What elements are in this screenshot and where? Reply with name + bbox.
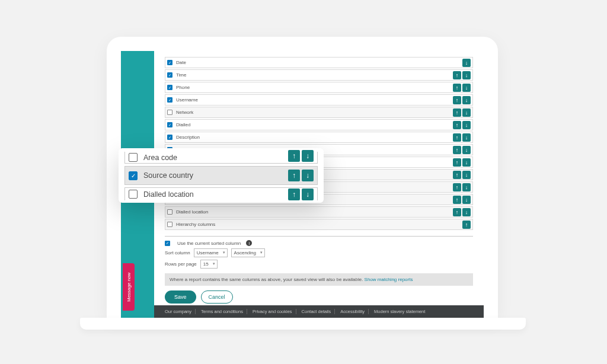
- move-up-icon[interactable]: ↑: [453, 158, 461, 167]
- move-down-icon[interactable]: ↓: [462, 171, 471, 179]
- zoom-column-checkbox[interactable]: [129, 171, 138, 180]
- show-matching-reports-link[interactable]: Show matching reports: [365, 277, 413, 282]
- move-down-icon[interactable]: ↓: [462, 133, 471, 142]
- column-checkbox[interactable]: [167, 135, 172, 140]
- column-row[interactable]: Description↑↓: [165, 132, 473, 143]
- move-up-icon[interactable]: ↑: [288, 170, 300, 181]
- use-current-sort-checkbox[interactable]: [165, 241, 170, 246]
- footer-link[interactable]: Accessibility: [337, 309, 369, 314]
- move-up-icon[interactable]: ↑: [453, 121, 461, 129]
- footer-link[interactable]: Privacy and cookies: [249, 309, 296, 314]
- info-icon[interactable]: i: [246, 240, 252, 246]
- move-down-icon[interactable]: ↓: [302, 170, 314, 181]
- zoom-column-checkbox[interactable]: [129, 190, 138, 199]
- move-up-icon[interactable]: ↑: [288, 150, 300, 162]
- column-row[interactable]: Hierarchy columns↑: [165, 219, 473, 230]
- footer-link[interactable]: Contact details: [298, 309, 336, 314]
- reorder-controls: ↑↓: [453, 208, 471, 216]
- column-row[interactable]: Date↓: [165, 57, 473, 68]
- move-up-icon[interactable]: ↑: [453, 71, 461, 79]
- zoom-overlay: Area code↑↓Source country↑↓Dialled locat…: [119, 148, 324, 203]
- move-down-icon[interactable]: ↓: [462, 158, 471, 167]
- footer-link[interactable]: Terms and conditions: [197, 309, 247, 314]
- move-down-icon[interactable]: ↓: [462, 183, 471, 191]
- move-down-icon[interactable]: ↓: [462, 59, 471, 67]
- reorder-controls: ↑↓: [453, 183, 471, 191]
- column-checkbox[interactable]: [167, 72, 172, 78]
- move-down-icon[interactable]: ↓: [462, 146, 471, 154]
- column-checkbox[interactable]: [167, 222, 172, 227]
- zoom-column-row[interactable]: Dialled location↑↓: [124, 187, 318, 200]
- reorder-controls: ↑↓: [453, 196, 471, 204]
- move-up-icon[interactable]: ↑: [288, 189, 300, 200]
- move-up-icon[interactable]: ↑: [453, 133, 461, 142]
- column-label: Network: [176, 110, 193, 115]
- zoom-column-checkbox[interactable]: [129, 153, 138, 162]
- footer-link[interactable]: Modern slavery statement: [370, 309, 429, 314]
- column-order-list: Date↓Time↑↓Phone↑↓Username↑↓Network↑↓Dia…: [165, 57, 473, 230]
- move-down-icon[interactable]: ↓: [462, 96, 471, 104]
- reorder-controls: ↑↓: [453, 121, 471, 129]
- use-current-sort-label: Use the current sorted column: [177, 241, 241, 246]
- move-down-icon[interactable]: ↓: [462, 121, 471, 129]
- move-down-icon[interactable]: ↓: [462, 84, 471, 92]
- column-label: Username: [176, 97, 198, 103]
- sort-column-select[interactable]: Username: [194, 248, 228, 257]
- matching-reports-notice: Where a report contains the same columns…: [165, 273, 473, 286]
- column-row[interactable]: Dialled location↑↓: [165, 206, 473, 218]
- column-checkbox[interactable]: [167, 97, 172, 103]
- column-row[interactable]: Network↑↓: [165, 107, 473, 118]
- column-checkbox[interactable]: [167, 209, 172, 215]
- reorder-controls: ↓: [462, 59, 471, 67]
- column-row[interactable]: Username↑↓: [165, 94, 473, 106]
- move-down-icon[interactable]: ↓: [302, 189, 314, 200]
- move-down-icon[interactable]: ↓: [462, 208, 471, 216]
- reorder-controls: ↑↓: [453, 158, 471, 167]
- column-label: Dialled: [176, 122, 190, 127]
- zoom-column-row[interactable]: Area code↑↓: [124, 152, 318, 164]
- column-row[interactable]: Time↑↓: [165, 69, 473, 81]
- column-label: Phone: [176, 85, 190, 90]
- reorder-controls: ↑↓: [453, 108, 471, 117]
- rows-per-page-select[interactable]: 15: [200, 260, 218, 269]
- move-up-icon[interactable]: ↑: [453, 146, 461, 154]
- column-checkbox[interactable]: [167, 122, 172, 127]
- divider: [165, 236, 473, 237]
- cancel-button[interactable]: Cancel: [201, 290, 233, 304]
- reorder-controls: ↑↓: [453, 96, 471, 104]
- column-checkbox[interactable]: [167, 60, 172, 65]
- column-row[interactable]: Phone↑↓: [165, 82, 473, 93]
- reorder-controls: ↑↓: [453, 133, 471, 142]
- move-down-icon[interactable]: ↓: [462, 196, 471, 204]
- move-up-icon[interactable]: ↑: [462, 221, 471, 229]
- move-up-icon[interactable]: ↑: [453, 171, 461, 179]
- reorder-controls: ↑↓: [453, 84, 471, 92]
- message-now-tab[interactable]: Message now: [123, 263, 135, 311]
- move-down-icon[interactable]: ↓: [462, 108, 471, 117]
- device-base: [80, 318, 526, 330]
- reorder-controls: ↑↓: [453, 71, 471, 79]
- sort-column-label: Sort column: [165, 250, 190, 256]
- move-down-icon[interactable]: ↓: [462, 71, 471, 79]
- footer-link[interactable]: Our company: [161, 309, 196, 314]
- move-down-icon[interactable]: ↓: [302, 150, 314, 162]
- column-row[interactable]: Dialled↑↓: [165, 119, 473, 130]
- move-up-icon[interactable]: ↑: [453, 183, 461, 191]
- zoom-column-row[interactable]: Source country↑↓: [124, 166, 318, 185]
- column-label: Dialled location: [176, 209, 208, 215]
- column-checkbox[interactable]: [167, 85, 172, 90]
- column-label: Hierarchy columns: [176, 222, 215, 227]
- move-up-icon[interactable]: ↑: [453, 96, 461, 104]
- reorder-controls: ↑↓: [453, 171, 471, 179]
- rows-per-page-label: Rows per page: [165, 261, 197, 267]
- move-up-icon[interactable]: ↑: [453, 108, 461, 117]
- move-up-icon[interactable]: ↑: [453, 84, 461, 92]
- move-up-icon[interactable]: ↑: [453, 208, 461, 216]
- column-checkbox[interactable]: [167, 110, 172, 115]
- sort-direction-select[interactable]: Ascending: [231, 248, 265, 257]
- move-up-icon[interactable]: ↑: [453, 196, 461, 204]
- reorder-controls: ↑↓: [453, 146, 471, 154]
- action-buttons: Save Cancel: [165, 290, 473, 304]
- zoom-reorder-controls: ↑↓: [288, 170, 314, 181]
- save-button[interactable]: Save: [165, 290, 196, 304]
